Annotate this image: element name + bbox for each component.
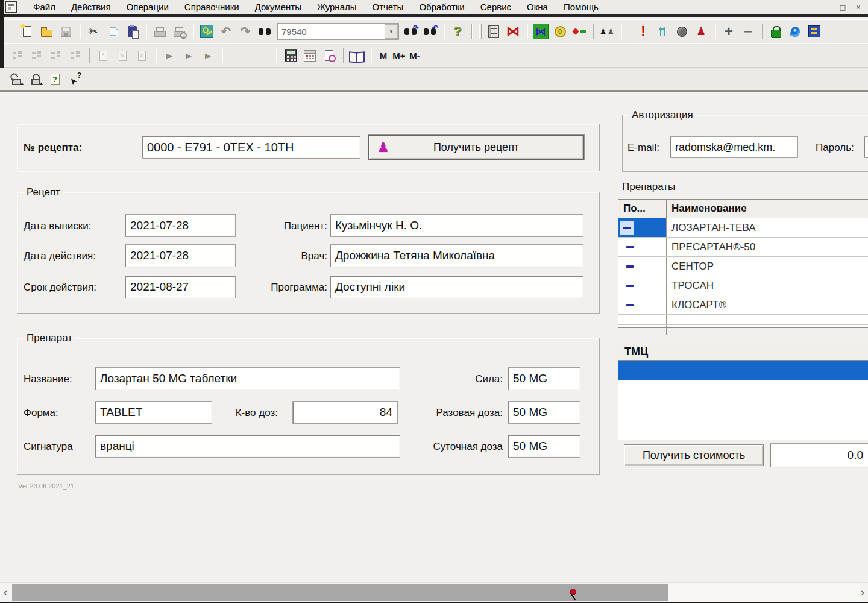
new-document-button[interactable] <box>18 22 36 40</box>
close-button[interactable]: × <box>856 3 861 11</box>
menu-reports[interactable]: Отчеты <box>365 0 412 16</box>
print-preview-button[interactable] <box>170 22 188 40</box>
form-field[interactable]: TABLET <box>95 401 212 424</box>
tmc-row-selected[interactable] <box>618 361 868 380</box>
signature-field[interactable]: вранці <box>95 435 400 458</box>
menu-processing[interactable]: Обработки <box>411 0 472 16</box>
table-settings-button[interactable] <box>198 22 216 40</box>
vial-button[interactable] <box>653 22 671 40</box>
menu-documents[interactable]: Документы <box>247 0 309 16</box>
scroll-track[interactable] <box>668 583 860 602</box>
menu-references[interactable]: Справочники <box>177 0 247 16</box>
urgent-button[interactable]: ! <box>634 22 652 40</box>
run-step-button[interactable]: ▶ <box>180 46 198 65</box>
cut-button[interactable]: ✂ <box>84 22 102 40</box>
memory-subtract-button[interactable]: M- <box>407 51 423 61</box>
doctor-field[interactable]: Дрожжина Тетяна Миколаївна <box>330 244 583 267</box>
tmc-header[interactable]: ТМЦ <box>618 343 868 361</box>
minimize-button[interactable]: – <box>825 3 829 11</box>
recipe-number-input[interactable]: 0000 - E791 - 0TEX - 10TH <box>142 136 360 159</box>
find-button[interactable] <box>256 22 274 40</box>
calculator-button[interactable] <box>281 46 300 65</box>
move-item-button[interactable] <box>66 46 84 65</box>
new-row-button[interactable]: * <box>94 46 112 65</box>
password-field[interactable] <box>864 136 868 158</box>
scroll-left-arrow[interactable]: ‹ <box>0 583 11 602</box>
drug-row[interactable]: КЛОСАРТ® <box>618 295 868 315</box>
doses-field[interactable]: 84 <box>292 401 398 424</box>
green-bow-button[interactable]: ⋈ <box>532 22 550 40</box>
memory-add-button[interactable]: M+ <box>391 51 407 61</box>
unlock-button[interactable] <box>7 71 25 89</box>
calendar-button[interactable] <box>301 46 319 65</box>
lock-button[interactable] <box>27 71 45 89</box>
menu-file[interactable]: Файл <box>25 0 63 16</box>
cabinet-button[interactable] <box>805 22 823 40</box>
print-button[interactable] <box>151 22 169 40</box>
copy-button[interactable] <box>104 22 122 40</box>
single-dose-field[interactable]: 50 MG <box>508 401 580 424</box>
cost-value-field[interactable]: 0.0 <box>770 443 868 467</box>
scroll-right-arrow[interactable]: › <box>857 583 868 602</box>
date-expiry-field[interactable]: 2021-08-27 <box>125 276 236 298</box>
get-recipe-button[interactable]: ♟ Получить рецепт <box>368 135 584 160</box>
hierarchy-list-button[interactable] <box>8 46 27 65</box>
tmc-row[interactable] <box>618 380 868 400</box>
column-header-received[interactable]: По... <box>618 200 667 218</box>
menu-operations[interactable]: Операции <box>119 0 177 16</box>
help-button[interactable]: ? <box>448 22 467 40</box>
save-button[interactable] <box>57 22 75 40</box>
red-bow-button[interactable]: ⋈ <box>504 22 522 40</box>
drug-row-selected[interactable]: ЛОЗАРТАН-ТЕВА <box>618 218 868 238</box>
date-issued-field[interactable]: 2021-07-28 <box>125 214 236 237</box>
menu-windows[interactable]: Окна <box>519 0 556 16</box>
patient-button[interactable]: ♟ <box>692 22 710 40</box>
daily-dose-field[interactable]: 50 MG <box>508 435 580 458</box>
search-input[interactable]: 79540 <box>278 27 385 37</box>
menu-service[interactable]: Сервис <box>473 0 519 16</box>
menu-help[interactable]: Помощь <box>556 0 606 16</box>
flame-button[interactable] <box>786 22 804 40</box>
drug-name-field[interactable]: Лозартан 50 MG таблетки <box>95 367 400 390</box>
horizontal-scrollbar[interactable]: ‹ › <box>0 582 868 602</box>
redo-button[interactable]: ↷ <box>236 22 254 40</box>
bag-button[interactable] <box>767 22 785 40</box>
add-button[interactable]: + <box>720 22 738 40</box>
tmc-row[interactable] <box>618 420 868 440</box>
context-help-button[interactable]: ➤ ? <box>65 71 83 89</box>
hierarchy-view-button[interactable] <box>28 46 46 65</box>
remove-button[interactable]: − <box>739 22 757 40</box>
column-header-name[interactable]: Наименование <box>667 200 868 218</box>
list-levels-button[interactable] <box>47 46 65 65</box>
run-button[interactable]: ▶ <box>160 46 178 65</box>
date-effective-field[interactable]: 2021-07-28 <box>125 244 236 267</box>
journal-button[interactable] <box>485 22 503 40</box>
run-document-button[interactable]: ▶ <box>199 46 217 65</box>
paste-button[interactable] <box>123 22 141 40</box>
drug-row[interactable]: СЕНТОР <box>618 257 868 276</box>
tmc-row[interactable] <box>618 400 868 420</box>
plus-minus-button[interactable] <box>570 22 588 40</box>
search-combobox[interactable]: 79540 ▼ <box>277 23 399 40</box>
open-button[interactable] <box>37 22 55 40</box>
email-field[interactable]: radomska@med.km. <box>670 136 798 158</box>
patient-field[interactable]: Кузьмінчук Н. О. <box>330 214 583 237</box>
globe-button[interactable] <box>673 22 691 40</box>
find-previous-button[interactable]: ↶ <box>421 22 439 40</box>
restore-button[interactable]: ◻ <box>839 3 846 11</box>
strength-field[interactable]: 50 MG <box>508 367 580 390</box>
coin-button[interactable] <box>551 22 569 40</box>
get-cost-button[interactable]: Получить стоимость <box>624 444 764 466</box>
combobox-dropdown-button[interactable]: ▼ <box>385 24 398 39</box>
find-next-button[interactable]: ↷ <box>401 22 420 40</box>
persons-button[interactable]: ♟♟ <box>598 22 616 40</box>
help-topic-button[interactable]: ? <box>46 71 64 89</box>
find-in-document-button[interactable] <box>320 46 338 65</box>
drug-row[interactable]: ПРЕСАРТАН®-50 <box>618 238 868 257</box>
menu-journals[interactable]: Журналы <box>309 0 365 16</box>
guide-button[interactable] <box>348 46 366 65</box>
edit-row-button[interactable]: ✎ <box>113 46 131 65</box>
undo-button[interactable]: ↶ <box>217 22 235 40</box>
menu-actions[interactable]: Действия <box>63 0 119 16</box>
memory-button[interactable]: M <box>376 51 391 61</box>
